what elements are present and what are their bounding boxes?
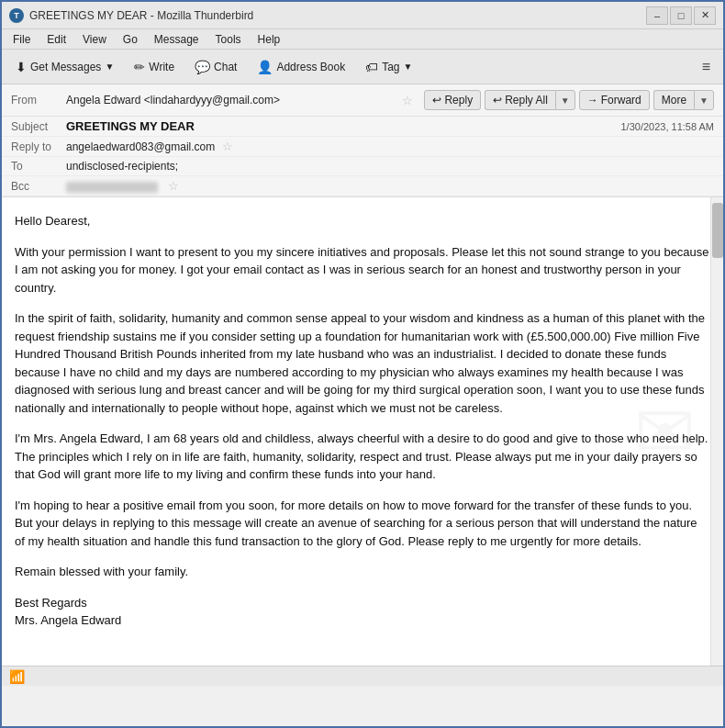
more-group: More ▼ <box>653 90 714 110</box>
bcc-star-icon[interactable]: ☆ <box>168 179 179 193</box>
write-button[interactable]: ✏ Write <box>126 55 183 79</box>
menu-go[interactable]: Go <box>116 31 145 48</box>
email-body: Hello Dearest, With your permission I wa… <box>2 197 723 666</box>
connection-icon: 📶 <box>9 669 25 684</box>
forward-icon: → <box>587 94 598 106</box>
menu-message[interactable]: Message <box>147 31 206 48</box>
menu-bar: File Edit View Go Message Tools Help <box>2 29 723 50</box>
reply-all-dropdown-button[interactable]: ▼ <box>555 90 575 110</box>
menu-view[interactable]: View <box>75 31 114 48</box>
get-messages-icon: ⬇ <box>16 60 27 74</box>
from-label: From <box>11 94 66 106</box>
email-paragraph3: I'm Mrs. Angela Edward, I am 68 years ol… <box>15 430 710 484</box>
email-greeting: Hello Dearest, <box>15 212 710 230</box>
from-value: Angela Edward <lindahardyyy@gmail.com> <box>66 94 398 106</box>
reply-to-star-icon[interactable]: ☆ <box>222 140 233 153</box>
get-messages-dropdown-icon: ▼ <box>105 62 114 72</box>
toolbar-menu-button[interactable]: ≡ <box>695 55 718 79</box>
star-icon[interactable]: ☆ <box>402 94 413 107</box>
window-title: GREETINGS MY DEAR - Mozilla Thunderbird <box>29 9 646 22</box>
toolbar: ⬇ Get Messages ▼ ✏ Write 💬 Chat 👤 Addres… <box>2 50 723 84</box>
app-icon: T <box>9 8 24 23</box>
email-reply-to-row: Reply to angelaedward083@gmail.com ☆ <box>2 137 723 157</box>
email-bcc-row: Bcc ☆ <box>2 176 723 196</box>
get-messages-button[interactable]: ⬇ Get Messages ▼ <box>7 55 122 79</box>
email-to-row: To undisclosed-recipients; <box>2 157 723 176</box>
menu-help[interactable]: Help <box>251 31 288 48</box>
minimize-button[interactable]: – <box>646 6 668 25</box>
reply-all-button[interactable]: ↩ Reply All <box>485 90 555 110</box>
menu-file[interactable]: File <box>6 31 38 48</box>
more-dropdown-button[interactable]: ▼ <box>694 90 714 110</box>
email-paragraph1: With your permission I want to present t… <box>15 243 710 297</box>
email-paragraph2: In the spirit of faith, solidarity, huma… <box>15 309 710 417</box>
address-book-icon: 👤 <box>257 60 273 74</box>
email-subject-row: Subject GREETINGS MY DEAR 1/30/2023, 11:… <box>2 117 723 137</box>
email-paragraph4: I'm hoping to hear a positive email from… <box>15 497 710 551</box>
email-body-wrapper: ✉ Hello Dearest, With your permission I … <box>2 197 723 666</box>
address-book-button[interactable]: 👤 Address Book <box>249 55 353 79</box>
email-header: From Angela Edward <lindahardyyy@gmail.c… <box>2 84 723 197</box>
to-label: To <box>11 160 66 173</box>
bcc-value: ☆ <box>66 179 714 193</box>
title-bar: T GREETINGS MY DEAR - Mozilla Thunderbir… <box>2 2 723 29</box>
menu-edit[interactable]: Edit <box>39 31 73 48</box>
close-button[interactable]: ✕ <box>694 6 716 25</box>
to-value: undisclosed-recipients; <box>66 160 714 173</box>
reply-all-icon: ↩ <box>493 94 502 106</box>
menu-tools[interactable]: Tools <box>208 31 249 48</box>
tag-dropdown-icon: ▼ <box>404 62 413 72</box>
write-icon: ✏ <box>134 60 145 74</box>
reply-button[interactable]: ↩ Reply <box>424 90 481 110</box>
bcc-label: Bcc <box>11 180 66 193</box>
chat-button[interactable]: 💬 Chat <box>186 55 245 79</box>
tag-icon: 🏷 <box>365 60 378 74</box>
reply-all-group: ↩ Reply All ▼ <box>485 90 575 110</box>
maximize-button[interactable]: □ <box>670 6 692 25</box>
status-bar: 📶 <box>2 666 723 686</box>
reply-to-label: Reply to <box>11 140 66 153</box>
reply-icon: ↩ <box>432 94 441 106</box>
more-button[interactable]: More <box>653 90 694 110</box>
bcc-redacted <box>66 182 158 193</box>
forward-button[interactable]: → Forward <box>579 90 650 110</box>
scrollbar[interactable] <box>710 197 723 666</box>
subject-value: GREETINGS MY DEAR <box>66 119 620 133</box>
window-controls: – □ ✕ <box>646 6 716 25</box>
chat-icon: 💬 <box>195 60 210 74</box>
scroll-thumb[interactable] <box>712 203 723 258</box>
tag-button[interactable]: 🏷 Tag ▼ <box>357 55 420 79</box>
email-date: 1/30/2023, 11:58 AM <box>620 121 714 132</box>
subject-label: Subject <box>11 120 66 133</box>
email-closing: Best Regards Mrs. Angela Edward <box>15 594 710 630</box>
reply-to-value: angelaedward083@gmail.com ☆ <box>66 140 714 153</box>
reply-buttons-group: ↩ Reply ↩ Reply All ▼ → Forward More ▼ <box>424 90 714 110</box>
email-paragraph5: Remain blessed with your family. <box>15 563 710 581</box>
email-from-row: From Angela Edward <lindahardyyy@gmail.c… <box>2 84 723 117</box>
